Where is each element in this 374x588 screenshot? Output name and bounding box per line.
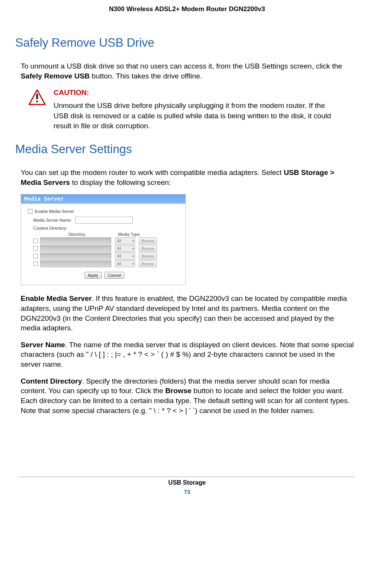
- desc-content-directory: Content Directory. Specify the directori…: [19, 376, 355, 416]
- chevron-down-icon: ▾: [132, 255, 134, 258]
- safely-remove-intro: To unmount a USB disk drive so that no u…: [19, 61, 355, 81]
- media-server-name-input[interactable]: [75, 217, 133, 224]
- text: You can set up the modem router to work …: [21, 168, 284, 176]
- directory-row: All▾ Browse: [33, 253, 181, 260]
- text: . The name of the media server that is d…: [21, 341, 354, 368]
- footer-section: USB Storage: [19, 479, 355, 486]
- select-value: All: [117, 254, 121, 258]
- caution-label: CAUTION:: [54, 88, 355, 97]
- media-server-name-label: Media Server Name:: [33, 218, 75, 222]
- browse-button[interactable]: Browse: [139, 260, 157, 267]
- enable-media-server-checkbox[interactable]: [28, 209, 33, 214]
- directory-input[interactable]: [40, 260, 111, 267]
- directory-row: All▾ Browse: [33, 260, 181, 267]
- select-value: All: [117, 247, 121, 251]
- panel-title: Media Server: [21, 194, 185, 204]
- browse-bold: Browse: [165, 387, 192, 395]
- media-server-intro: You can set up the modem router to work …: [19, 168, 355, 187]
- directory-row: All▾ Browse: [33, 245, 181, 252]
- browse-button[interactable]: Browse: [139, 253, 157, 260]
- desc-bold: Content Directory: [21, 377, 82, 385]
- caution-text: Unmount the USB drive before physically …: [54, 101, 355, 131]
- browse-button[interactable]: Browse: [139, 237, 157, 244]
- apply-button[interactable]: Apply: [85, 272, 102, 279]
- directory-row-checkbox[interactable]: [33, 254, 38, 258]
- browse-button[interactable]: Browse: [139, 245, 157, 252]
- enable-media-server-label: Enable Media Server: [35, 209, 74, 214]
- select-value: All: [117, 262, 121, 266]
- caution-block: CAUTION: Unmount the USB drive before ph…: [19, 88, 355, 131]
- text: To unmount a USB disk drive so that no u…: [21, 62, 342, 70]
- col-media-type: Media Type: [114, 232, 144, 237]
- footer-page-number: 73: [19, 488, 355, 495]
- svg-rect-2: [36, 101, 38, 102]
- footer-rule: [19, 477, 355, 477]
- directory-input[interactable]: [40, 237, 111, 244]
- media-type-select[interactable]: All▾: [115, 245, 135, 252]
- text: to display the following screen:: [70, 178, 171, 186]
- directory-row-checkbox[interactable]: [33, 246, 38, 251]
- directory-row: All▾ Browse: [33, 237, 181, 244]
- warning-icon: [28, 89, 46, 107]
- directory-input[interactable]: [40, 253, 111, 260]
- directory-row-checkbox[interactable]: [33, 238, 38, 243]
- desc-enable-media-server: Enable Media Server. If this feature is …: [19, 294, 355, 333]
- media-type-select[interactable]: All▾: [115, 237, 135, 244]
- heading-media-server: Media Server Settings: [15, 142, 355, 156]
- chevron-down-icon: ▾: [132, 262, 134, 266]
- media-type-select[interactable]: All▾: [115, 253, 135, 260]
- heading-safely-remove: Safely Remove USB Drive: [15, 36, 355, 50]
- chevron-down-icon: ▾: [132, 247, 134, 250]
- desc-bold: Server Name: [21, 341, 65, 349]
- text: button. This takes the drive offline.: [90, 72, 202, 80]
- select-value: All: [117, 239, 121, 243]
- svg-rect-1: [36, 94, 38, 99]
- media-type-select[interactable]: All▾: [115, 260, 135, 267]
- cancel-button[interactable]: Cancel: [104, 272, 124, 279]
- safely-remove-bold: Safely Remove USB: [21, 72, 90, 80]
- directory-row-checkbox[interactable]: [33, 261, 38, 266]
- document-header: N300 Wireless ADSL2+ Modem Router DGN220…: [19, 4, 355, 13]
- desc-bold: Enable Media Server: [21, 294, 92, 302]
- media-server-panel: Media Server Enable Media Server Media S…: [21, 194, 186, 285]
- chevron-down-icon: ▾: [132, 239, 134, 243]
- directory-input[interactable]: [40, 245, 111, 252]
- desc-server-name: Server Name. The name of the media serve…: [19, 340, 355, 369]
- col-directory: Directory: [40, 232, 114, 237]
- content-directory-label: Content Directory:: [33, 226, 181, 230]
